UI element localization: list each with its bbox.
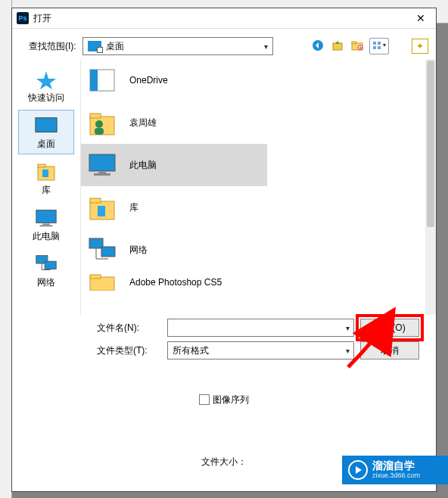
svg-rect-33 bbox=[98, 206, 105, 216]
file-label: OneDrive bbox=[129, 75, 168, 86]
svg-rect-34 bbox=[89, 238, 103, 248]
image-sequence-label: 图像序列 bbox=[213, 394, 249, 406]
filetype-label: 文件类型(T): bbox=[97, 344, 161, 357]
file-list[interactable]: OneDrive 袁周雄 此电脑 bbox=[80, 59, 436, 315]
svg-rect-27 bbox=[95, 128, 104, 135]
svg-rect-10 bbox=[36, 118, 57, 132]
this-pc-icon bbox=[86, 150, 119, 180]
open-dialog: Ps 打开 ✕ 查找范围(I): 桌面 ▾ bbox=[11, 8, 437, 492]
image-sequence-row: 图像序列 bbox=[12, 384, 436, 415]
up-one-level-button[interactable] bbox=[330, 39, 345, 54]
place-label: 快速访问 bbox=[28, 92, 64, 104]
new-folder-button[interactable]: ★ bbox=[350, 39, 365, 54]
place-this-pc[interactable]: 此电脑 bbox=[18, 202, 74, 247]
watermark: 溜溜自学 zixue.3d66.com bbox=[342, 456, 448, 484]
svg-rect-17 bbox=[40, 225, 53, 226]
look-in-value: 桌面 bbox=[106, 40, 260, 53]
svg-rect-1 bbox=[333, 43, 342, 50]
scrollbar-thumb[interactable] bbox=[427, 61, 434, 227]
folder-icon bbox=[86, 273, 119, 291]
file-item-libraries[interactable]: 库 bbox=[81, 186, 425, 229]
image-sequence-checkbox[interactable] bbox=[199, 394, 210, 405]
svg-rect-14 bbox=[42, 170, 48, 177]
network-icon bbox=[86, 235, 119, 265]
toolbar: 查找范围(I): 桌面 ▾ ★ bbox=[12, 29, 436, 59]
svg-rect-13 bbox=[38, 164, 45, 167]
file-label: Adobe Photoshop CS5 bbox=[129, 277, 222, 288]
view-menu-icon bbox=[372, 40, 387, 52]
desktop-icon bbox=[88, 41, 101, 51]
open-button[interactable]: 打开(O) bbox=[360, 319, 419, 337]
place-label: 桌面 bbox=[37, 138, 55, 151]
libraries-icon bbox=[86, 192, 119, 223]
svg-rect-39 bbox=[90, 275, 101, 279]
svg-rect-9 bbox=[378, 46, 381, 49]
svg-rect-38 bbox=[90, 277, 114, 291]
file-label: 网络 bbox=[129, 244, 148, 257]
file-item-adobe-ps[interactable]: Adobe Photoshop CS5 bbox=[81, 271, 425, 294]
file-label: 此电脑 bbox=[129, 159, 157, 172]
close-icon: ✕ bbox=[416, 12, 425, 24]
up-folder-icon bbox=[331, 39, 344, 54]
onedrive-icon bbox=[86, 65, 119, 95]
chevron-down-icon: ▾ bbox=[341, 347, 353, 355]
place-libraries[interactable]: 库 bbox=[18, 156, 74, 201]
filename-input[interactable]: ▾ bbox=[167, 319, 354, 337]
chevron-down-icon: ▾ bbox=[260, 42, 272, 51]
play-icon bbox=[348, 460, 368, 480]
svg-rect-28 bbox=[89, 154, 115, 171]
places-bar: 快速访问 桌面 库 bbox=[12, 59, 80, 315]
network-icon bbox=[34, 254, 58, 275]
cancel-button-label: 取消 bbox=[381, 344, 399, 357]
favorites-button[interactable]: ✦ bbox=[412, 39, 428, 54]
libraries-icon bbox=[34, 161, 58, 182]
look-in-label: 查找范围(I): bbox=[29, 40, 76, 53]
open-button-label: 打开(O) bbox=[374, 322, 405, 335]
file-item-this-pc[interactable]: 此电脑 bbox=[81, 144, 267, 186]
place-quick-access[interactable]: 快速访问 bbox=[18, 64, 74, 108]
place-label: 库 bbox=[42, 184, 51, 197]
svg-rect-23 bbox=[90, 70, 98, 91]
cancel-button[interactable]: 取消 bbox=[360, 341, 419, 359]
svg-rect-29 bbox=[98, 172, 106, 173]
place-network[interactable]: 网络 bbox=[18, 248, 74, 293]
svg-rect-30 bbox=[94, 173, 110, 176]
svg-rect-6 bbox=[373, 42, 376, 45]
back-button[interactable] bbox=[310, 39, 325, 54]
svg-rect-19 bbox=[45, 261, 56, 269]
titlebar: Ps 打开 ✕ bbox=[12, 8, 436, 29]
svg-rect-8 bbox=[373, 46, 376, 49]
watermark-url: zixue.3d66.com bbox=[372, 472, 420, 480]
svg-rect-15 bbox=[36, 210, 56, 223]
new-folder-icon: ★ bbox=[350, 39, 364, 54]
globe-back-icon bbox=[311, 39, 325, 54]
place-label: 网络 bbox=[37, 276, 55, 289]
file-label: 库 bbox=[129, 201, 138, 214]
photoshop-app-icon: Ps bbox=[17, 12, 29, 24]
filetype-combo[interactable]: 所有格式 ▾ bbox=[167, 341, 354, 359]
chevron-down-icon: ▾ bbox=[341, 324, 353, 332]
filetype-value: 所有格式 bbox=[168, 344, 341, 357]
window-title: 打开 bbox=[33, 12, 406, 25]
svg-rect-32 bbox=[90, 198, 101, 203]
place-desktop[interactable]: 桌面 bbox=[18, 110, 74, 154]
this-pc-icon bbox=[34, 207, 58, 229]
watermark-brand: 溜溜自学 bbox=[372, 460, 420, 472]
desktop-icon bbox=[34, 115, 58, 136]
filename-label: 文件名(N): bbox=[97, 322, 161, 335]
file-label: 袁周雄 bbox=[129, 117, 157, 129]
svg-rect-16 bbox=[42, 224, 49, 226]
file-item-user-folder[interactable]: 袁周雄 bbox=[81, 101, 425, 144]
scrollbar[interactable] bbox=[425, 59, 436, 315]
svg-rect-7 bbox=[378, 42, 381, 45]
svg-rect-35 bbox=[101, 247, 115, 257]
svg-point-26 bbox=[95, 120, 103, 128]
file-item-network[interactable]: 网络 bbox=[81, 229, 425, 271]
view-menu-button[interactable] bbox=[369, 38, 389, 54]
close-button[interactable]: ✕ bbox=[406, 8, 436, 28]
svg-rect-25 bbox=[90, 114, 101, 118]
file-item-onedrive[interactable]: OneDrive bbox=[81, 59, 425, 101]
svg-rect-3 bbox=[352, 42, 356, 44]
quick-access-icon bbox=[34, 69, 58, 90]
look-in-combo[interactable]: 桌面 ▾ bbox=[82, 37, 273, 55]
